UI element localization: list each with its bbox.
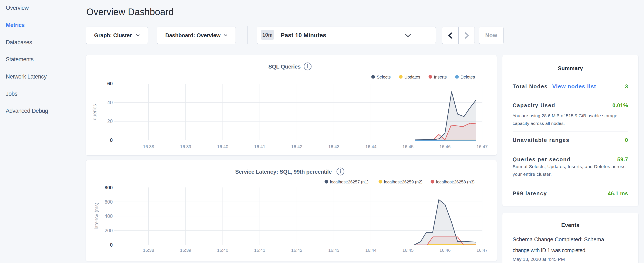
svg-text:localhost:26258 (n3): localhost:26258 (n3) xyxy=(436,180,474,184)
svg-text:800: 800 xyxy=(104,185,113,190)
svg-text:16:42: 16:42 xyxy=(291,248,302,252)
svg-text:16:46: 16:46 xyxy=(440,144,451,149)
svg-text:40: 40 xyxy=(107,100,113,105)
svg-text:0: 0 xyxy=(110,137,113,143)
svg-text:200: 200 xyxy=(104,228,113,233)
svg-text:16:47: 16:47 xyxy=(476,248,488,252)
svg-text:16:40: 16:40 xyxy=(217,144,228,149)
svg-text:Inserts: Inserts xyxy=(434,75,447,79)
svg-text:16:38: 16:38 xyxy=(143,248,154,252)
svg-text:Updates: Updates xyxy=(404,75,420,79)
svg-text:16:42: 16:42 xyxy=(291,144,302,149)
svg-text:localhost:26257 (n1): localhost:26257 (n1) xyxy=(330,180,368,184)
svg-text:60: 60 xyxy=(107,81,113,86)
svg-text:16:43: 16:43 xyxy=(328,248,340,252)
svg-text:latency (ms): latency (ms) xyxy=(94,203,99,229)
svg-text:16:41: 16:41 xyxy=(254,144,265,149)
svg-text:16:38: 16:38 xyxy=(143,144,154,149)
svg-text:16:39: 16:39 xyxy=(180,248,191,252)
svg-text:localhost:26259 (n2): localhost:26259 (n2) xyxy=(384,180,422,184)
svg-text:16:46: 16:46 xyxy=(440,248,451,252)
svg-text:16:43: 16:43 xyxy=(328,144,340,149)
svg-text:16:47: 16:47 xyxy=(476,144,488,149)
svg-text:16:45: 16:45 xyxy=(402,248,414,252)
svg-text:Selects: Selects xyxy=(377,75,391,79)
svg-text:Service Latency: SQL, 99th per: Service Latency: SQL, 99th percentile xyxy=(235,168,332,175)
svg-text:SQL Queries: SQL Queries xyxy=(268,63,301,70)
svg-text:600: 600 xyxy=(104,199,113,205)
svg-text:20: 20 xyxy=(107,119,113,124)
svg-text:16:44: 16:44 xyxy=(365,248,376,252)
svg-text:16:44: 16:44 xyxy=(365,144,376,149)
svg-text:16:45: 16:45 xyxy=(402,144,414,149)
svg-text:0: 0 xyxy=(110,242,113,248)
svg-text:16:41: 16:41 xyxy=(254,248,265,252)
svg-text:16:39: 16:39 xyxy=(180,144,191,149)
svg-text:400: 400 xyxy=(104,213,113,219)
svg-text:queries: queries xyxy=(92,104,98,120)
svg-text:Deletes: Deletes xyxy=(460,75,475,79)
svg-text:16:40: 16:40 xyxy=(217,248,228,252)
